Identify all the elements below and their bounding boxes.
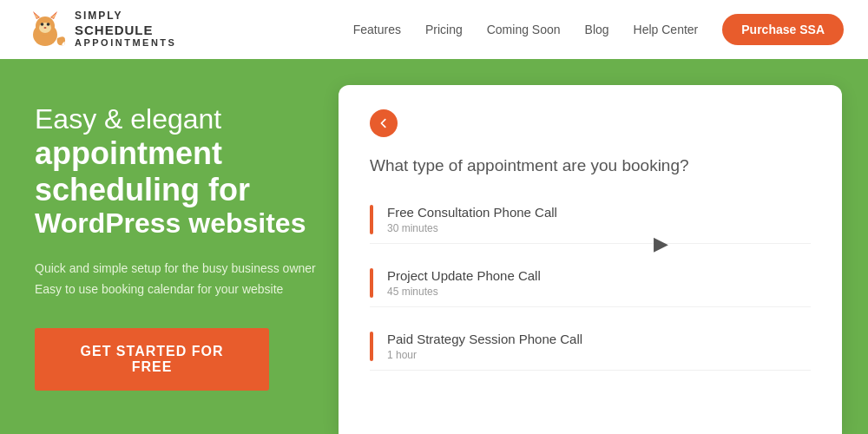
svg-marker-4 (34, 13, 39, 18)
hero-heading: Easy & elegant appointment scheduling fo… (35, 102, 339, 240)
hero-line3: for (200, 172, 250, 207)
back-button[interactable] (370, 109, 398, 137)
logo: SIMPLY SCHEDULE APPOINTMENTS (24, 9, 176, 50)
svg-point-9 (44, 27, 47, 29)
logo-text: SIMPLY SCHEDULE APPOINTMENTS (75, 10, 176, 49)
hero-bold-text: appointment scheduling for (35, 135, 339, 207)
appointment-info-1: Free Consultation Phone Call 30 minutes (387, 205, 557, 234)
appointment-info-2: Project Update Phone Call 45 minutes (387, 268, 541, 298)
appointment-duration-1: 30 minutes (387, 222, 557, 234)
get-started-button[interactable]: GET STARTED FOR FREE (35, 328, 269, 391)
fox-logo-icon (24, 9, 66, 50)
appointment-item-2[interactable]: Project Update Phone Call 45 minutes (370, 260, 811, 307)
nav-pricing[interactable]: Pricing (425, 23, 463, 36)
appointment-bar-1 (370, 205, 373, 234)
appointment-item-3[interactable]: Paid Strategy Session Phone Call 1 hour (370, 323, 811, 371)
logo-schedule: SCHEDULE (75, 23, 176, 37)
hero-line1: Easy & elegant (35, 103, 221, 135)
main-nav: Features Pricing Coming Soon Blog Help C… (353, 14, 844, 45)
appointment-duration-3: 1 hour (387, 349, 582, 361)
hero-desc1: Quick and simple setup for the busy busi… (35, 259, 339, 279)
hero-section: Easy & elegant appointment scheduling fo… (0, 59, 339, 434)
svg-point-7 (41, 23, 44, 26)
hero-line2: appointment scheduling (35, 135, 222, 207)
svg-marker-5 (51, 13, 56, 18)
appointment-bar-3 (370, 332, 373, 361)
appointment-item-1[interactable]: Free Consultation Phone Call 30 minutes (370, 196, 811, 244)
booking-card: What type of appointment are you booking… (339, 85, 842, 434)
hero-description: Quick and simple setup for the busy busi… (35, 259, 339, 300)
main-content: Easy & elegant appointment scheduling fo… (0, 59, 868, 434)
appointment-bar-2 (370, 268, 373, 298)
nav-help-center[interactable]: Help Center (634, 23, 699, 36)
logo-appointments: APPOINTMENTS (75, 37, 176, 49)
hero-line4: WordPress websites (35, 207, 339, 240)
hero-desc2: Easy to use booking calendar for your we… (35, 279, 339, 300)
svg-point-8 (47, 23, 50, 26)
appointment-name-3: Paid Strategy Session Phone Call (387, 332, 582, 346)
header: SIMPLY SCHEDULE APPOINTMENTS Features Pr… (0, 0, 868, 59)
logo-simply: SIMPLY (75, 10, 176, 23)
nav-blog[interactable]: Blog (585, 23, 609, 36)
nav-coming-soon[interactable]: Coming Soon (487, 23, 561, 36)
purchase-ssa-button[interactable]: Purchase SSA (722, 14, 844, 45)
appointment-duration-2: 45 minutes (387, 286, 541, 298)
back-arrow-icon (378, 117, 390, 129)
appointment-name-2: Project Update Phone Call (387, 268, 541, 283)
appointment-info-3: Paid Strategy Session Phone Call 1 hour (387, 332, 582, 361)
appointment-name-1: Free Consultation Phone Call (387, 205, 557, 220)
nav-features[interactable]: Features (353, 23, 401, 36)
booking-card-title: What type of appointment are you booking… (370, 156, 811, 175)
